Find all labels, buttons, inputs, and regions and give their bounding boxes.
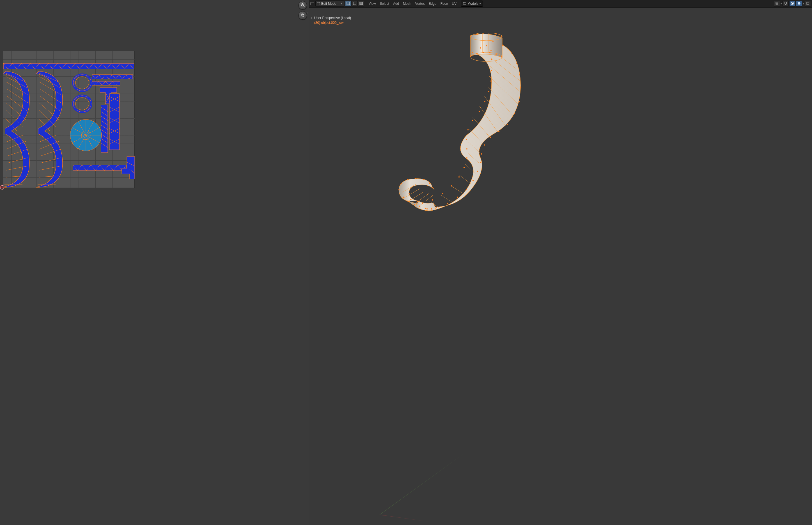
- edit-mode-icon: [317, 2, 320, 5]
- svg-point-159: [427, 208, 428, 210]
- 3d-viewport[interactable]: › User Perspective (Local) (80) object.0…: [309, 7, 812, 525]
- view-label: User Perspective (Local): [314, 16, 351, 20]
- svg-point-140: [502, 45, 503, 46]
- collection-icon: [463, 2, 466, 6]
- svg-point-196: [407, 179, 408, 180]
- mode-select[interactable]: Edit Mode ▾: [315, 1, 344, 7]
- svg-point-38: [75, 77, 89, 89]
- zoom-icon: [300, 3, 305, 8]
- uv-island-disk: [70, 119, 102, 151]
- menu-edge[interactable]: Edge: [427, 1, 438, 6]
- 3d-header: Edit Mode ▾ View Select Add Mesh: [309, 0, 812, 7]
- select-vertex-button[interactable]: [345, 1, 351, 6]
- svg-point-168: [484, 101, 485, 102]
- svg-point-194: [398, 189, 400, 191]
- svg-point-185: [489, 33, 490, 33]
- menu-uv[interactable]: UV: [450, 1, 458, 6]
- uv-island-strip-a: [92, 75, 133, 79]
- mode-label: Edit Mode: [321, 2, 336, 5]
- menu-view[interactable]: View: [367, 1, 378, 6]
- svg-point-191: [489, 52, 490, 53]
- chevron-down-icon: ▾: [803, 2, 804, 5]
- svg-point-207: [425, 208, 426, 209]
- zoom-button[interactable]: [298, 1, 307, 10]
- mesh-object: [360, 33, 534, 235]
- menu-vertex[interactable]: Vertex: [414, 1, 427, 6]
- svg-rect-96: [347, 2, 350, 5]
- svg-point-182: [470, 36, 471, 37]
- svg-point-161: [480, 47, 481, 48]
- chevron-down-icon: ▾: [781, 2, 782, 5]
- svg-point-170: [472, 120, 473, 121]
- svg-point-167: [488, 91, 489, 92]
- svg-point-92: [317, 2, 318, 2]
- svg-point-197: [415, 178, 416, 179]
- svg-point-152: [480, 162, 481, 163]
- svg-point-153: [477, 171, 478, 172]
- vertex-select-icon: [346, 2, 350, 6]
- svg-point-204: [408, 200, 409, 201]
- header-right-tools: ▾ ▾: [774, 1, 811, 6]
- uv-island-strip-top: [3, 63, 134, 69]
- menu-mesh[interactable]: Mesh: [401, 1, 413, 6]
- svg-line-119: [460, 175, 471, 184]
- pan-button[interactable]: [298, 11, 307, 20]
- svg-point-95: [319, 5, 320, 5]
- maximize-button[interactable]: [805, 1, 811, 6]
- menu-face[interactable]: Face: [439, 1, 450, 6]
- svg-rect-47: [109, 94, 119, 150]
- svg-point-175: [463, 167, 464, 168]
- svg-point-192: [496, 54, 497, 55]
- proportional-icon: [791, 2, 794, 6]
- svg-point-186: [496, 33, 497, 34]
- svg-point-202: [410, 199, 411, 200]
- svg-point-165: [491, 70, 492, 71]
- svg-point-187: [501, 35, 502, 37]
- select-mode-group: [345, 1, 364, 6]
- hand-icon: [300, 13, 305, 18]
- prop-edit-button[interactable]: [789, 1, 795, 6]
- svg-point-155: [466, 189, 467, 190]
- svg-point-104: [792, 3, 793, 4]
- panel-expand-caret[interactable]: ‹: [307, 10, 308, 15]
- svg-point-144: [520, 87, 521, 88]
- grid-icon: [775, 2, 779, 6]
- svg-point-172: [466, 139, 467, 140]
- uv-canvas[interactable]: [3, 51, 135, 188]
- sidebar-expand-caret[interactable]: ›: [310, 17, 313, 19]
- editor-type-icon[interactable]: [310, 2, 314, 5]
- svg-point-203: [417, 201, 418, 202]
- collection-label: Models: [468, 2, 478, 5]
- svg-point-157: [447, 203, 448, 204]
- collection-select[interactable]: Models ▾: [461, 1, 483, 7]
- svg-line-121: [441, 195, 452, 202]
- svg-rect-106: [807, 2, 809, 4]
- uv-editor-pane: ‹: [0, 0, 309, 525]
- svg-line-120: [451, 186, 464, 194]
- select-edge-button[interactable]: [352, 1, 358, 6]
- visibility-popover-button[interactable]: [774, 1, 780, 6]
- shading-button[interactable]: [796, 1, 802, 6]
- maximize-icon: [806, 2, 810, 6]
- uv-2d-cursor: [0, 184, 5, 190]
- uv-island-ring-2: [73, 96, 91, 112]
- select-face-button[interactable]: [358, 1, 364, 6]
- svg-point-200: [432, 187, 433, 188]
- svg-point-195: [401, 183, 402, 184]
- svg-point-163: [490, 50, 491, 51]
- svg-point-183: [476, 34, 477, 35]
- uv-island-curve-a: [3, 71, 29, 188]
- svg-point-147: [507, 124, 508, 125]
- svg-point-97: [346, 2, 348, 2]
- menu-add[interactable]: Add: [392, 1, 401, 6]
- svg-point-142: [516, 62, 517, 64]
- svg-rect-4: [3, 63, 134, 69]
- svg-rect-89: [311, 2, 314, 5]
- menu-select[interactable]: Select: [378, 1, 391, 6]
- magnet-button[interactable]: [783, 1, 789, 6]
- mesh-bottom-curl: [399, 179, 436, 211]
- svg-point-149: [490, 137, 491, 138]
- svg-point-151: [481, 153, 482, 154]
- svg-point-201: [409, 193, 410, 194]
- svg-point-189: [476, 53, 477, 54]
